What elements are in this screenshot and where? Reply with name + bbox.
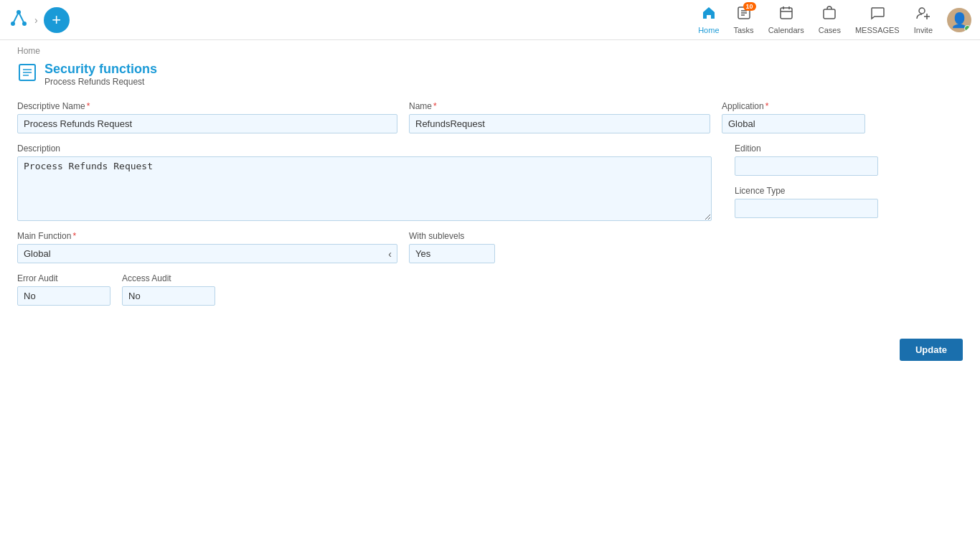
form-row-2: Description Process Refunds Request Edit…: [17, 143, 963, 221]
nav-cases-label: Cases: [819, 26, 841, 34]
name-label: Name*: [409, 101, 710, 111]
with-sublevels-input[interactable]: [409, 244, 495, 263]
nav-cases[interactable]: Cases: [819, 5, 841, 34]
nav-invite[interactable]: Invite: [914, 5, 933, 34]
app-logo-icon: [9, 8, 29, 32]
svg-rect-9: [781, 8, 792, 19]
application-group: Application*: [722, 101, 865, 133]
messages-icon: [870, 5, 885, 24]
main-function-group: Main Function* ‹: [17, 231, 397, 263]
breadcrumb-home[interactable]: Home: [17, 46, 40, 56]
licence-type-label: Licence Type: [735, 186, 878, 196]
nav-invite-label: Invite: [914, 26, 933, 34]
descriptive-name-label: Descriptive Name*: [17, 101, 397, 111]
main-function-input[interactable]: [17, 244, 397, 263]
with-sublevels-label: With sublevels: [409, 231, 495, 241]
edition-label: Edition: [735, 143, 878, 154]
licence-type-group: Licence Type: [735, 186, 878, 218]
error-audit-label: Error Audit: [17, 273, 110, 283]
add-button[interactable]: +: [44, 7, 70, 33]
form-row-4: Error Audit Access Audit: [17, 273, 963, 306]
application-label: Application*: [722, 101, 865, 111]
nav-home-label: Home: [698, 26, 719, 34]
security-functions-icon: [17, 62, 37, 87]
descriptive-name-group: Descriptive Name*: [17, 101, 397, 133]
descriptive-name-input[interactable]: [17, 114, 397, 133]
cases-icon: [821, 5, 837, 24]
form-row-1: Descriptive Name* Name* Application*: [17, 101, 963, 133]
breadcrumb: Home: [0, 40, 980, 59]
svg-rect-13: [824, 9, 835, 19]
footer-actions: Update: [0, 327, 980, 372]
tasks-icon: 10: [736, 5, 752, 24]
access-audit-input[interactable]: [122, 286, 215, 306]
page-subtitle: Process Refunds Request: [44, 77, 157, 87]
nav-tasks[interactable]: 10 Tasks: [734, 5, 754, 34]
name-input[interactable]: [409, 114, 710, 133]
main-function-label: Main Function*: [17, 231, 397, 241]
page-header-text: Security functions Process Refunds Reque…: [44, 62, 157, 87]
tasks-badge: 10: [743, 2, 756, 11]
name-group: Name*: [409, 101, 710, 133]
top-navigation: › + Home 10 Tasks: [0, 0, 980, 40]
access-audit-group: Access Audit: [122, 273, 215, 306]
nav-breadcrumb-chevron-icon: ›: [34, 14, 38, 26]
online-status-dot: [964, 25, 971, 32]
update-button[interactable]: Update: [900, 339, 963, 361]
nav-messages-label: MESSAGES: [855, 26, 900, 34]
description-textarea[interactable]: Process Refunds Request: [17, 156, 712, 221]
access-audit-label: Access Audit: [122, 273, 215, 283]
nav-calendars[interactable]: Calendars: [768, 5, 804, 34]
form-area: Descriptive Name* Name* Application* Des…: [0, 95, 980, 327]
svg-point-14: [919, 8, 925, 14]
page-header: Security functions Process Refunds Reque…: [0, 59, 980, 95]
error-audit-group: Error Audit: [17, 273, 110, 306]
description-label: Description: [17, 143, 712, 154]
nav-tasks-label: Tasks: [734, 26, 754, 34]
nav-calendars-label: Calendars: [768, 26, 804, 34]
calendars-icon: [778, 5, 794, 24]
invite-icon: [915, 5, 931, 24]
main-function-wrapper: ‹: [17, 244, 397, 263]
edition-input[interactable]: [735, 156, 878, 176]
nav-right: Home 10 Tasks: [698, 5, 971, 34]
nav-left: › +: [9, 7, 70, 33]
form-right-col: Edition Licence Type: [735, 143, 878, 218]
form-row-3: Main Function* ‹ With sublevels: [17, 231, 963, 263]
edition-group: Edition: [735, 143, 878, 176]
nav-home[interactable]: Home: [698, 5, 719, 34]
licence-type-input[interactable]: [735, 199, 878, 218]
application-input[interactable]: [722, 114, 865, 133]
description-group: Description Process Refunds Request: [17, 143, 712, 221]
page-title: Security functions: [44, 62, 157, 77]
user-avatar[interactable]: 👤: [947, 8, 971, 32]
with-sublevels-group: With sublevels: [409, 231, 495, 263]
home-icon: [701, 5, 717, 24]
svg-line-4: [19, 12, 24, 24]
svg-line-3: [13, 12, 19, 24]
error-audit-input[interactable]: [17, 286, 110, 306]
nav-messages[interactable]: MESSAGES: [855, 5, 900, 34]
